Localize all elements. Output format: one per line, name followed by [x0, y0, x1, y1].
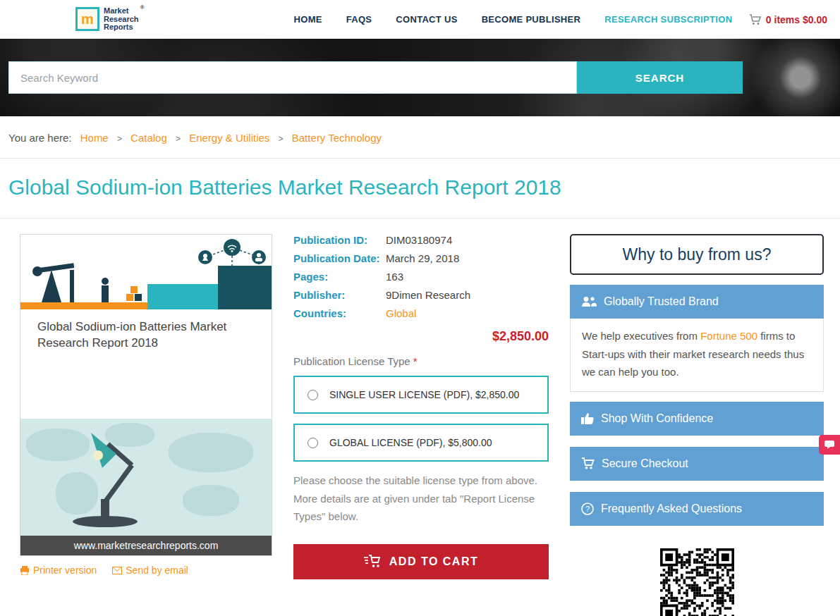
send-by-email-label: Send by email	[126, 565, 188, 576]
breadcrumb-separator: >	[176, 134, 181, 144]
printer-icon	[20, 566, 30, 575]
benefit-globally-trusted[interactable]: Globally Trusted Brand	[570, 285, 824, 319]
nav-home[interactable]: HOME	[294, 14, 322, 25]
breadcrumb-energy-utilities[interactable]: Energy & Utilities	[189, 132, 269, 144]
meta-label: Countries:	[293, 307, 386, 319]
svg-text:?: ?	[585, 505, 590, 513]
site-logo[interactable]: m ® Market Research Reports	[75, 7, 145, 32]
logo-mark-icon: m	[75, 7, 99, 31]
meta-row-pages: Pages: 163	[293, 271, 549, 283]
product-details-column: Publication ID: DIM03180974 Publication …	[293, 234, 549, 616]
nav-contact-us[interactable]: CONTACT US	[396, 14, 457, 25]
breadcrumb-separator: >	[117, 134, 122, 144]
nav-become-publisher[interactable]: BECOME PUBLISHER	[482, 14, 581, 25]
printer-version-label: Printer version	[33, 565, 97, 576]
breadcrumb-battery-technology[interactable]: Battery Technology	[292, 132, 382, 144]
header-cart[interactable]: 0 items $0.00	[749, 14, 827, 25]
license-type-text: Publication License Type	[293, 355, 410, 367]
breadcrumb-home[interactable]: Home	[80, 132, 109, 144]
top-bar: m ® Market Research Reports HOME FAQS CO…	[0, 0, 840, 39]
nav-faqs[interactable]: FAQS	[346, 14, 372, 25]
thumbs-up-icon	[581, 412, 594, 424]
hero-search-band: SEARCH	[0, 39, 840, 116]
pages-value: 163	[386, 271, 403, 283]
printer-version-link[interactable]: Printer version	[20, 565, 97, 576]
required-asterisk: *	[413, 355, 418, 367]
cover-map-area	[20, 419, 272, 536]
meta-row-publisher: Publisher: 9Dimen Research	[293, 289, 549, 301]
search-row: SEARCH	[8, 61, 743, 94]
why-buy-title: Why to buy from us?	[570, 234, 824, 275]
breadcrumb: You are here: Home > Catalog > Energy & …	[0, 116, 840, 159]
license-note: Please choose the suitable license type …	[293, 472, 549, 526]
meta-label: Publisher:	[293, 289, 386, 301]
cover-title: Global Sodium-ion Batteries Market Resea…	[20, 309, 272, 352]
logo-line3: Reports	[104, 23, 139, 32]
global-license-label: GLOBAL LICENSE (PDF), $5,800.00	[329, 437, 492, 448]
benefit-label: Secure Checkout	[602, 457, 688, 470]
search-input[interactable]	[8, 61, 577, 94]
chat-icon	[824, 441, 834, 449]
cover-illustration	[20, 235, 272, 309]
report-cover-image: Global Sodium-ion Batteries Market Resea…	[20, 234, 272, 556]
why-buy-column: Why to buy from us? Globally Trusted Bra…	[570, 234, 824, 616]
send-by-email-link[interactable]: Send by email	[112, 565, 188, 576]
publication-id-value: DIM03180974	[386, 234, 452, 246]
add-to-cart-icon	[364, 555, 381, 568]
question-icon: ?	[581, 503, 594, 515]
license-type-label: Publication License Type *	[293, 355, 549, 367]
product-price: $2,850.00	[293, 329, 549, 344]
benefit-shop-with-confidence[interactable]: Shop With Confidence	[570, 402, 824, 436]
fortune-500-link[interactable]: Fortune 500	[700, 330, 757, 342]
page-title: Global Sodium-ion Batteries Market Resea…	[8, 175, 840, 199]
benefit-label: Frequently Asked Questions	[601, 503, 742, 515]
live-chat-button[interactable]	[819, 435, 840, 455]
title-band: Global Sodium-ion Batteries Market Resea…	[0, 159, 840, 218]
countries-global-link[interactable]: Global	[386, 307, 416, 319]
breadcrumb-catalog[interactable]: Catalog	[130, 132, 167, 144]
meta-row-publication-id: Publication ID: DIM03180974	[293, 234, 549, 246]
publication-date-value: March 29, 2018	[386, 252, 459, 264]
desk-lamp-icon	[49, 423, 176, 529]
main-nav: HOME FAQS CONTACT US BECOME PUBLISHER RE…	[294, 14, 733, 25]
add-to-cart-button[interactable]: ADD TO CART	[293, 544, 549, 579]
cover-site-url: www.marketresearchreports.com	[20, 536, 272, 555]
share-actions: Printer version Send by email	[20, 565, 272, 576]
publisher-value: 9Dimen Research	[386, 289, 470, 301]
logo-registered-mark: ®	[140, 5, 145, 11]
benefit-secure-checkout[interactable]: Secure Checkout	[570, 447, 824, 481]
meta-label: Publication Date:	[293, 252, 386, 264]
single-user-license-radio[interactable]	[308, 390, 318, 400]
logo-line1: Market	[104, 7, 139, 16]
license-option-global[interactable]: GLOBAL LICENSE (PDF), $5,800.00	[293, 424, 549, 462]
meta-row-countries: Countries: Global	[293, 307, 549, 319]
logo-text: ® Market Research Reports	[104, 7, 145, 32]
users-icon	[581, 296, 597, 307]
meta-label: Pages:	[293, 271, 386, 283]
benefit-faq[interactable]: ? Frequently Asked Questions	[570, 492, 824, 526]
benefit-label: Shop With Confidence	[601, 412, 713, 425]
product-image-column: Global Sodium-ion Batteries Market Resea…	[20, 234, 272, 616]
qr-wrap	[570, 548, 824, 616]
breadcrumb-separator: >	[279, 134, 284, 144]
cart-icon	[581, 457, 595, 469]
global-license-radio[interactable]	[308, 438, 318, 448]
trusted-text-before: We help executives from	[582, 330, 700, 342]
main-content: Global Sodium-ion Batteries Market Resea…	[0, 218, 840, 616]
benefit-label: Globally Trusted Brand	[604, 295, 719, 308]
qr-code	[660, 548, 734, 616]
meta-row-publication-date: Publication Date: March 29, 2018	[293, 252, 549, 264]
industry-illustration-icon	[20, 235, 272, 309]
add-to-cart-label: ADD TO CART	[389, 555, 478, 568]
cart-icon	[749, 14, 762, 25]
trusted-brand-text: We help executives from Fortune 500 firm…	[570, 319, 824, 392]
cart-count-label: 0 items $0.00	[766, 14, 827, 25]
license-option-single-user[interactable]: SINGLE USER LICENSE (PDF), $2,850.00	[293, 376, 549, 414]
nav-research-subscription[interactable]: RESEARCH SUBSCRIPTION	[604, 14, 732, 25]
single-user-license-label: SINGLE USER LICENSE (PDF), $2,850.00	[329, 389, 519, 400]
breadcrumb-prefix: You are here:	[8, 132, 72, 144]
search-button[interactable]: SEARCH	[577, 61, 743, 94]
meta-label: Publication ID:	[293, 234, 386, 246]
email-icon	[112, 567, 122, 574]
